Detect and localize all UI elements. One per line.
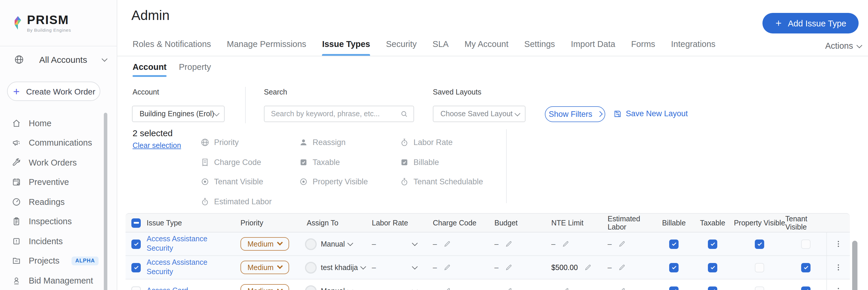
pencil-icon[interactable] (443, 240, 451, 248)
subtab-account[interactable]: Account (132, 62, 166, 77)
tab-issue-types[interactable]: Issue Types (322, 39, 370, 56)
avatar (305, 285, 317, 290)
issue-type-link[interactable]: Access Assistance Security (147, 258, 220, 277)
saved-layout-select[interactable]: Choose Saved Layout (433, 106, 526, 122)
tenant-visible-checkbox[interactable] (801, 263, 810, 272)
tab-sla[interactable]: SLA (433, 39, 449, 56)
labor-rate-cell[interactable]: – (371, 263, 429, 271)
billable-checkbox[interactable] (669, 263, 679, 272)
priority-dropdown[interactable]: Medium (241, 261, 289, 274)
sidebar-item-home[interactable]: Home (0, 113, 103, 133)
row-checkbox[interactable] (131, 286, 141, 290)
bulk-action-billable[interactable]: Billable (400, 152, 517, 172)
create-work-order-button[interactable]: Create Work Order (7, 82, 100, 101)
charge-code-cell: – (429, 287, 493, 290)
nte-limit-cell: – (550, 240, 606, 248)
alpha-badge: ALPHA (72, 257, 98, 265)
pencil-icon[interactable] (618, 264, 626, 271)
account-select[interactable]: Building Engines (Erol) (132, 106, 225, 122)
actions-dropdown[interactable]: Actions (825, 41, 861, 51)
tab-settings[interactable]: Settings (524, 39, 555, 56)
select-all-checkbox[interactable] (131, 218, 141, 228)
search-input[interactable] (271, 110, 400, 118)
tab-manage-permissions[interactable]: Manage Permissions (227, 39, 306, 56)
tenant-visible-checkbox[interactable] (801, 239, 810, 249)
row-checkbox[interactable] (131, 263, 141, 272)
tenant-visible-checkbox[interactable] (801, 286, 810, 290)
search-box (264, 106, 414, 122)
priority-dropdown[interactable]: Medium (241, 284, 289, 290)
account-switcher[interactable]: All Accounts (0, 47, 117, 72)
sidebar-item-inspections[interactable]: Inspections (0, 212, 103, 231)
taxable-checkbox[interactable] (708, 286, 717, 290)
assign-to-cell[interactable]: test khadija (305, 262, 371, 273)
save-new-layout-link[interactable]: Save New Layout (614, 109, 688, 118)
tab-import-data[interactable]: Import Data (571, 39, 616, 56)
clear-selection-link[interactable]: Clear selection (132, 142, 181, 150)
taxable-checkbox[interactable] (708, 263, 717, 272)
row-menu-icon[interactable] (834, 239, 843, 248)
priority-dropdown[interactable]: Medium (241, 237, 289, 251)
sidebar-item-preventive[interactable]: Preventive (0, 172, 103, 192)
billable-checkbox[interactable] (669, 239, 679, 249)
table-scrollbar[interactable] (852, 241, 858, 290)
tab-forms[interactable]: Forms (631, 39, 655, 56)
pencil-icon[interactable] (584, 264, 592, 271)
row-menu-icon[interactable] (834, 263, 843, 272)
pencil-icon[interactable] (443, 287, 451, 290)
show-filters-button[interactable]: Show Filters (545, 106, 605, 122)
person-filled-icon (299, 138, 308, 147)
issue-type-link[interactable]: Access Card (147, 287, 188, 290)
tab-roles-notifications[interactable]: Roles & Notifications (132, 39, 211, 56)
sidebar-item-bid-management[interactable]: Bid Management (0, 271, 103, 290)
globe-icon (14, 54, 24, 64)
property-visible-cell (734, 239, 785, 249)
sidebar-item-projects[interactable]: ProjectsALPHA (0, 251, 103, 271)
tab-integrations[interactable]: Integrations (671, 39, 715, 56)
sidebar-item-incidents[interactable]: Incidents (0, 231, 103, 251)
bulk-action-priority[interactable]: Priority (200, 133, 299, 152)
bulk-action-reassign[interactable]: Reassign (299, 133, 400, 152)
tab-my-account[interactable]: My Account (465, 39, 508, 56)
create-work-order-label: Create Work Order (26, 87, 95, 96)
sidebar-scrollbar[interactable] (104, 113, 107, 290)
pencil-icon[interactable] (562, 240, 569, 248)
pencil-icon[interactable] (562, 287, 569, 290)
pencil-icon[interactable] (505, 264, 513, 271)
bulk-action-label: Tenant Visible (214, 178, 264, 186)
assign-to-cell[interactable]: Manual (305, 285, 371, 290)
billable-checkbox[interactable] (669, 286, 679, 290)
bulk-action-tenant-schedulable[interactable]: Tenant Schedulable (400, 172, 517, 192)
pencil-icon[interactable] (618, 287, 626, 290)
row-menu-icon[interactable] (834, 287, 843, 290)
chevron-down-icon (514, 110, 520, 116)
property-visible-checkbox[interactable] (755, 239, 764, 249)
labor-rate-cell[interactable]: – (371, 287, 429, 290)
taxable-checkbox[interactable] (708, 239, 717, 249)
stopwatch-icon (400, 178, 409, 186)
add-issue-type-button[interactable]: Add Issue Type (763, 13, 859, 33)
issue-type-link[interactable]: Access Assistance Security (147, 235, 220, 253)
pencil-icon[interactable] (505, 287, 513, 290)
property-visible-checkbox[interactable] (755, 286, 764, 290)
labor-rate-cell[interactable]: – (371, 240, 429, 248)
chevron-down-icon (214, 110, 219, 116)
bulk-action-property-visible[interactable]: Property Visible (299, 172, 400, 192)
row-checkbox[interactable] (131, 239, 141, 249)
bulk-action-labor-rate[interactable]: Labor Rate (400, 133, 517, 152)
priority-cell: Medium (238, 284, 305, 290)
pencil-icon[interactable] (443, 264, 451, 271)
sidebar-item-work-orders[interactable]: Work Orders (0, 153, 103, 172)
bulk-action-estimated-labor[interactable]: Estimated Labor (200, 192, 299, 211)
bulk-action-tenant-visible[interactable]: Tenant Visible (200, 172, 299, 192)
sidebar-item-communications[interactable]: Communications (0, 133, 103, 153)
assign-to-cell[interactable]: Manual (305, 238, 371, 250)
bulk-action-charge-code[interactable]: Charge Code (200, 152, 299, 172)
pencil-icon[interactable] (505, 240, 513, 248)
bulk-action-taxable[interactable]: Taxable (299, 152, 400, 172)
property-visible-checkbox[interactable] (755, 263, 764, 272)
sidebar-item-readings[interactable]: Readings (0, 192, 103, 212)
tab-security[interactable]: Security (386, 39, 417, 56)
subtab-property[interactable]: Property (179, 62, 211, 77)
pencil-icon[interactable] (618, 240, 626, 248)
